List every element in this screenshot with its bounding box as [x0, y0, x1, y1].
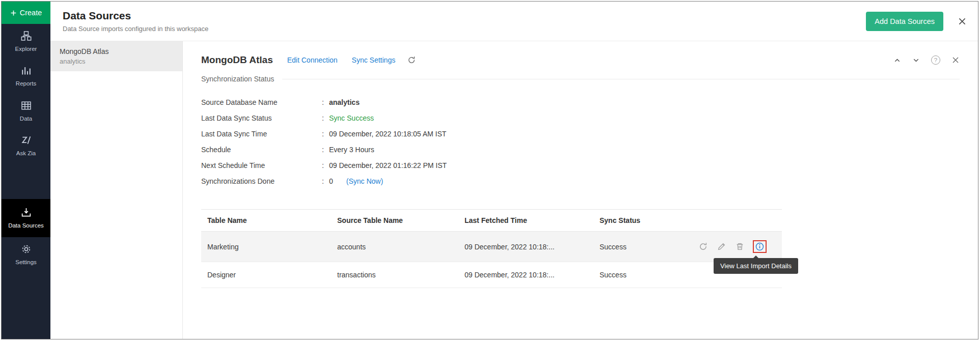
cell-table-name: Marketing [201, 232, 331, 262]
field-row-synchronizations-done: Synchronizations Done : 0 (Sync Now) [201, 173, 960, 189]
page-header: Data Sources Data Source imports configu… [50, 2, 978, 41]
column-last-fetched-time: Last Fetched Time [458, 210, 593, 232]
sync-status-section: Synchronization Status [201, 75, 960, 83]
view-last-import-tooltip: View Last Import Details [714, 258, 798, 274]
source-list-panel: MongoDB Atlas analytics [50, 41, 183, 339]
sync-settings-link[interactable]: Sync Settings [352, 56, 396, 64]
table-header-row: Table Name Source Table Name Last Fetche… [201, 210, 782, 232]
sidebar-item-ask-zia[interactable]: Ask Zia [2, 128, 50, 163]
field-label: Schedule [201, 146, 322, 154]
detail-panel: MongoDB Atlas Edit Connection Sync Setti… [183, 41, 978, 339]
plus-icon [10, 10, 17, 16]
row-actions [670, 232, 782, 262]
sidebar-item-label: Settings [15, 259, 37, 266]
column-table-name: Table Name [201, 210, 331, 232]
sidebar-item-data-sources[interactable]: Data Sources [2, 199, 50, 237]
sidebar-item-label: Ask Zia [16, 150, 36, 157]
edit-pencil-icon[interactable] [717, 242, 726, 251]
field-colon: : [322, 161, 329, 169]
field-row-last-sync-status: Last Data Sync Status : Sync Success [201, 110, 960, 126]
header-actions: Add Data Sources [866, 12, 967, 31]
cell-source-table-name: accounts [331, 232, 458, 262]
close-icon[interactable] [958, 17, 967, 26]
sidebar-item-explorer[interactable]: Explorer [2, 24, 50, 59]
column-source-table-name: Source Table Name [331, 210, 458, 232]
field-row-next-schedule-time: Next Schedule Time : 09 December, 2022 0… [201, 157, 960, 173]
sync-refresh-icon[interactable] [699, 242, 707, 251]
data-sources-icon [21, 207, 32, 218]
create-button-label: Create [20, 9, 42, 17]
sync-now-link[interactable]: (Sync Now) [346, 177, 383, 185]
source-list-item-mongodb-atlas[interactable]: MongoDB Atlas analytics [50, 41, 182, 71]
sync-tables: Table Name Source Table Name Last Fetche… [201, 209, 782, 288]
reports-icon [21, 65, 32, 76]
delete-trash-icon[interactable] [736, 242, 744, 251]
field-label: Last Data Sync Time [201, 130, 322, 138]
column-sync-status: Sync Status [593, 210, 670, 232]
section-title: Synchronization Status [201, 75, 274, 83]
page-title: Data Sources [63, 10, 208, 22]
field-label: Source Database Name [201, 98, 322, 106]
sidebar-item-reports[interactable]: Reports [2, 59, 50, 93]
explorer-icon [21, 31, 32, 41]
page-subtitle: Data Source imports configured in this w… [63, 25, 208, 33]
cell-table-name: Designer [201, 262, 331, 288]
sidebar-item-label: Data [20, 115, 32, 122]
tables-section: Table Name Source Table Name Last Fetche… [201, 209, 782, 288]
settings-gear-icon [21, 244, 32, 254]
cell-last-fetched-time: 09 December, 2022 10:18:... [458, 232, 593, 262]
field-label: Last Data Sync Status [201, 114, 322, 122]
table-row[interactable]: Designer transactions 09 December, 2022 … [201, 262, 782, 288]
field-row-schedule: Schedule : Every 3 Hours [201, 141, 960, 157]
sidebar-item-settings[interactable]: Settings [2, 237, 50, 272]
field-label: Synchronizations Done [201, 177, 322, 185]
sidebar: Create Explorer Reports Data Ask Zia [2, 2, 50, 339]
header-titles: Data Sources Data Source imports configu… [63, 10, 208, 33]
cell-last-fetched-time: 09 December, 2022 10:18:... [458, 262, 593, 288]
sidebar-item-label: Data Sources [8, 222, 44, 229]
table-row[interactable]: Marketing accounts 09 December, 2022 10:… [201, 232, 782, 262]
data-table-icon [21, 100, 32, 111]
add-data-sources-button[interactable]: Add Data Sources [866, 12, 943, 31]
source-database: analytics [60, 58, 173, 65]
field-row-last-sync-time: Last Data Sync Time : 09 December, 2022 … [201, 126, 960, 141]
field-value: Sync Success [329, 114, 374, 122]
app-window: Create Explorer Reports Data Ask Zia [1, 1, 978, 339]
column-actions [670, 210, 782, 232]
field-colon: : [322, 114, 329, 122]
view-last-import-info-icon[interactable] [755, 242, 764, 251]
refresh-icon[interactable] [407, 56, 416, 64]
field-value: Every 3 Hours [329, 146, 374, 154]
sidebar-item-label: Explorer [15, 45, 37, 52]
field-value: 0 [329, 177, 333, 185]
field-label: Next Schedule Time [201, 161, 322, 169]
sync-status-fields: Source Database Name : analytics Last Da… [201, 94, 960, 189]
content-row: MongoDB Atlas analytics MongoDB Atlas Ed… [50, 41, 978, 339]
field-value: 09 December, 2022 10:18:05 AM IST [329, 130, 446, 138]
annotation-highlight-box [753, 240, 767, 253]
field-colon: : [322, 130, 329, 138]
close-icon[interactable] [951, 56, 960, 64]
chevron-down-icon[interactable] [912, 56, 920, 64]
field-colon: : [322, 146, 329, 154]
main-area: Data Sources Data Source imports configu… [50, 2, 978, 339]
edit-connection-link[interactable]: Edit Connection [287, 56, 338, 64]
sidebar-item-data[interactable]: Data [2, 94, 50, 128]
cell-sync-status: Success [593, 262, 670, 288]
cell-sync-status: Success [593, 232, 670, 262]
cell-source-table-name: transactions [331, 262, 458, 288]
section-divider [282, 79, 960, 79]
detail-title: MongoDB Atlas [201, 54, 273, 66]
create-button[interactable]: Create [2, 2, 50, 24]
field-value: 09 December, 2022 01:16:22 PM IST [329, 161, 447, 169]
field-value: analytics [329, 98, 360, 106]
chevron-up-icon[interactable] [893, 56, 901, 64]
detail-header-controls: ? [893, 55, 960, 65]
sidebar-item-label: Reports [16, 80, 36, 87]
field-row-source-database-name: Source Database Name : analytics [201, 94, 960, 110]
detail-header: MongoDB Atlas Edit Connection Sync Setti… [201, 54, 960, 66]
ask-zia-icon [21, 135, 32, 146]
field-colon: : [322, 98, 329, 106]
help-icon[interactable]: ? [931, 55, 940, 65]
field-colon: : [322, 177, 329, 185]
